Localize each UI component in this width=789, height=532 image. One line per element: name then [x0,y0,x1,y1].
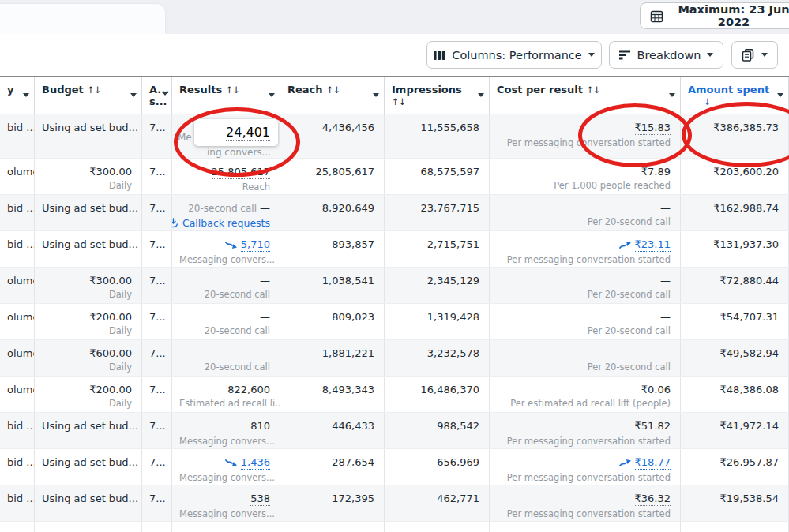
reports-button[interactable] [731,41,778,69]
metric-value[interactable]: 1,436 [241,456,270,470]
sort-arrows-icon[interactable]: ↑↓ [326,84,340,96]
column-header-results[interactable]: Results ↑↓ [172,77,280,114]
chevron-down-icon[interactable] [373,93,379,97]
metric-value[interactable]: 538 [250,493,270,506]
column-header-cost-per-result[interactable]: Cost per result ↑↓ [490,77,681,114]
date-range-button[interactable]: Maximum: 23 Jun 2022 [640,2,789,29]
columns-button[interactable]: Columns: Performance [426,41,602,69]
delivery-text: bid ... [7,493,35,504]
trend-up-icon [619,241,632,249]
budget-cell: ₹600.00Daily [35,340,142,376]
column-label: Impressions [392,84,462,96]
metric-value-line: 822,600 [179,384,270,395]
column-header-attribution[interactable]: A... s... [142,77,172,114]
attribution-cell: 7... [142,485,172,521]
reach-cell: 1,881,221 [280,340,385,376]
metric-value-line: ₹7.89 [497,166,671,178]
impressions-value: 2,715,751 [427,238,479,250]
metric-value[interactable]: ₹15.83 [635,122,671,135]
reach-cell: 809,023 [280,304,385,339]
cost-per-result-cell: ₹36.32Per messaging conversation started [490,485,681,521]
budget-sublabel: Daily [109,289,132,300]
chevron-down-icon[interactable] [23,93,29,97]
delivery-cell: olume [0,377,35,412]
reach-value: 8,920,649 [322,202,374,214]
result-label-fragment: Me [178,132,192,143]
column-header-delivery[interactable]: y [0,77,35,114]
callback-requests-link[interactable]: Callback requests [182,217,270,229]
amount-spent-cell: ₹54,707.31 [681,304,789,339]
calendar-icon [650,9,663,23]
impressions-cell: 68,575,597 [385,159,490,194]
table-row: bid ...Using ad set bud...7...538Messagi… [0,485,789,522]
delivery-cell: bid ... [0,413,35,448]
metric-value[interactable]: ₹51.82 [635,420,671,433]
metric-value[interactable]: ₹36.32 [635,493,671,506]
metric-value[interactable]: ₹18.77 [635,456,671,470]
chevron-down-icon[interactable] [130,93,137,97]
metric-sublabel: Per messaging conversation started [507,472,671,483]
active-tab[interactable] [0,4,165,34]
attribution-text: 7... [149,420,166,432]
reach-value: 1,038,541 [322,275,374,287]
result-hover-card[interactable]: 24,401 [194,119,278,146]
chevron-down-icon[interactable] [478,93,484,97]
attribution-text: 7... [149,238,166,250]
amount-spent-cell: ₹19,538.54 [681,485,789,521]
impressions-value: 16,486,370 [421,384,479,395]
chevron-down-icon[interactable] [777,93,783,97]
reach-value: 446,433 [332,420,374,432]
date-range-label: Maximum: 23 Jun 2022 [671,3,789,28]
metric-value: — [660,275,671,287]
budget-text: Using ad set bud... [42,493,138,504]
budget-sublabel: Daily [109,398,132,409]
result-value[interactable]: 24,401 [226,125,270,141]
impressions-cell: 11,555,658 [385,114,490,158]
metric-value: ₹7.89 [641,166,671,178]
sort-arrows-icon[interactable]: ↑↓ [392,96,476,107]
budget-value: ₹600.00 [89,347,132,359]
amount-spent-cell: ₹48,386.08 [681,377,789,412]
chevron-down-icon[interactable] [162,92,168,96]
attribution-text: 7... [149,202,166,214]
chevron-down-icon[interactable] [269,93,275,97]
sort-arrows-icon[interactable]: ↑↓ [586,84,599,96]
sort-descending-icon[interactable]: ↓ [704,96,776,107]
campaign-table: y Budget ↑↓ A... s... Results ↑↓ Reach ↑… [0,76,789,532]
sort-arrows-icon[interactable]: ↑↓ [226,84,239,96]
delivery-text: olume [7,166,35,178]
metric-value[interactable]: 810 [250,420,270,433]
metric-value[interactable]: 25,805,617 [212,166,270,179]
delivery-text: olume [7,347,35,359]
attribution-text: 7... [149,384,166,395]
result-value: — [260,202,270,214]
amount-spent-cell: ₹162,988.74 [681,195,789,230]
table-row: bid ...Using ad set bud...7...1,436Messa… [0,449,789,485]
breakdown-button[interactable]: Breakdown [609,41,723,69]
column-header-budget[interactable]: Budget ↑↓ [35,77,142,114]
delivery-text: bid ... [7,420,35,432]
metric-value[interactable]: ₹23.11 [635,238,671,252]
metric-sublabel-line: Per 20-second call [497,289,671,300]
chevron-down-icon[interactable] [669,93,675,97]
metric-value: — [260,311,270,323]
impressions-value: 68,575,597 [421,166,479,178]
budget-text: Using ad set bud... [42,122,138,133]
metric-value[interactable]: 5,710 [241,238,270,252]
cost-per-result-cell: —Per 20-second call [490,304,681,339]
metric-value-line: — [179,311,270,323]
attribution-text: 7... [149,493,166,504]
amount-spent-cell: ₹41,972.14 [681,413,789,448]
metric-sublabel-line: Per messaging conversation started [497,436,671,447]
results-cell: 25,805,617Reach [172,159,280,194]
budget-cell: Using ad set bud... [35,413,142,448]
sort-arrows-icon[interactable]: ↑↓ [87,84,100,96]
attribution-text: 7... [149,166,166,178]
column-header-amount-spent[interactable]: Amount spent ↓ [681,77,789,114]
cost-per-result-cell: ₹15.83Per messaging conversation started [490,114,681,158]
column-header-impressions[interactable]: Impressions ↑↓ [385,77,490,114]
budget-cell: ₹300.00Daily [35,159,142,194]
column-header-reach[interactable]: Reach ↑↓ [280,77,385,114]
metric-sublabel-line: Per 20-second call [497,362,671,373]
cost-per-result-cell: ₹18.77Per messaging conversation started [490,449,681,485]
